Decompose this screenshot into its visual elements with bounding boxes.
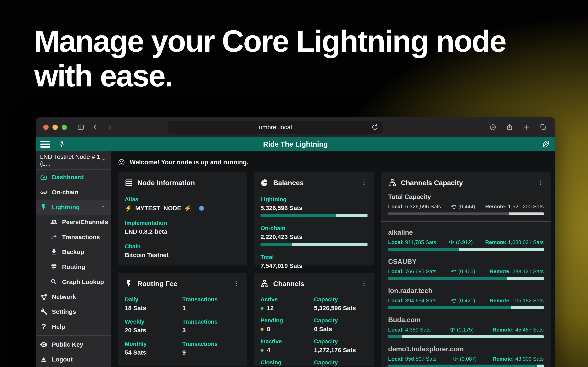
channel-row: alkaline Local: 911,785 Sats (0.912) Rem… xyxy=(388,229,544,251)
channel-row: Buda.com Local: 4,359 Sats (0.175) Remot… xyxy=(388,316,544,338)
balance-label: On-chain xyxy=(260,225,367,232)
channel-capacity-cell: Capacity 0 Sats xyxy=(314,317,367,333)
node-selector-label: LND Testnet Node # 1 (L... xyxy=(40,153,101,167)
balance-value: 7,547,019 Sats xyxy=(260,262,367,269)
capacity-bar xyxy=(388,212,544,215)
tx-cell: Transactions 1 xyxy=(182,296,240,312)
eject-icon xyxy=(39,355,48,364)
sidebar-toggle-button[interactable] xyxy=(76,123,85,132)
balance-scale-icon xyxy=(450,327,455,333)
implementation-value: LND 0.8.2-beta xyxy=(125,228,240,235)
balance-label: Total xyxy=(260,254,367,261)
capacity-bar xyxy=(388,365,544,367)
node-information-card: Node Information Alias ⚡MYTEST_NODE⚡ Imp… xyxy=(118,172,247,266)
reload-icon xyxy=(371,123,379,131)
rtl-logo-icon xyxy=(541,139,550,149)
menu-button[interactable] xyxy=(40,141,50,148)
chevron-up-icon xyxy=(100,204,106,211)
channel-status-cell: Active 12 xyxy=(260,296,314,312)
sidebar-item-label: Peers/Channels xyxy=(62,218,108,225)
channel-name: demo1.Indexplorer.com xyxy=(388,345,544,353)
status-dot xyxy=(260,328,264,331)
routing-fee-card: Routing Fee Daily 18 Sats Transactions 1 xyxy=(118,273,247,366)
dashboard-content: Welcome! Your node is up and running. No… xyxy=(111,151,555,367)
eye-icon xyxy=(39,340,48,349)
alias-value: ⚡MYTEST_NODE⚡ xyxy=(125,205,240,212)
tab-overview-button[interactable] xyxy=(539,123,548,132)
back-button[interactable] xyxy=(91,123,100,132)
balance-value: 5,326,596 Sats xyxy=(260,205,367,211)
total-capacity-title: Total Capacity xyxy=(388,193,544,201)
share-button[interactable] xyxy=(505,123,514,132)
maximize-window-button[interactable] xyxy=(62,125,67,130)
sidebar-item-lightning[interactable]: Lightning xyxy=(36,200,111,215)
pin-off-button[interactable] xyxy=(58,140,66,148)
pie-chart-icon xyxy=(260,179,269,187)
balances-card: Balances Lightning 5,326,596 Sats On-cha… xyxy=(254,172,374,266)
more-menu-button[interactable] xyxy=(537,178,544,187)
sidebar-item-label: Network xyxy=(52,293,76,300)
balance-scale-icon xyxy=(451,269,457,275)
channel-name: alkaline xyxy=(388,229,544,236)
hero-section: Manage your Core Lightning node with eas… xyxy=(34,24,545,93)
sidebar-item-public-key[interactable]: Public Key xyxy=(36,337,111,352)
sidebar-item-network[interactable]: Network xyxy=(36,289,111,304)
balance-scale-icon xyxy=(451,298,457,304)
sidebar-item-onchain[interactable]: On-chain xyxy=(36,185,111,200)
sidebar-item-routing[interactable]: Routing xyxy=(36,259,111,275)
sidebar-item-settings[interactable]: Settings xyxy=(36,304,111,319)
share-icon xyxy=(506,124,513,131)
address-bar[interactable]: umbrel.local xyxy=(168,121,383,134)
reload-button[interactable] xyxy=(371,123,379,131)
hub-icon xyxy=(260,280,269,288)
sidebar-item-label: Help xyxy=(52,323,65,330)
balance-scale-icon xyxy=(451,204,457,210)
sidebar-item-label: Settings xyxy=(52,308,76,315)
close-window-button[interactable] xyxy=(43,125,49,130)
sidebar-item-graph-lookup[interactable]: Graph Lookup xyxy=(36,275,111,289)
chevron-right-icon xyxy=(106,124,113,131)
implementation-label: Implementation xyxy=(125,220,240,226)
balance-scale-icon xyxy=(449,240,454,245)
sidebar-item-label: Logout xyxy=(52,356,73,363)
downloads-button[interactable] xyxy=(488,123,497,132)
sidebar-item-label: Graph Lookup xyxy=(62,278,104,285)
app-title: Ride The Lightning xyxy=(263,140,328,148)
sidebar-item-peers-channels[interactable]: Peers/Channels xyxy=(36,215,111,230)
fee-cell: Weekly 20 Sats xyxy=(125,318,182,334)
status-dot xyxy=(260,307,264,310)
total-capacity-row: Total Capacity Local: 5,326,596 Sats (0.… xyxy=(388,193,544,215)
more-menu-button[interactable] xyxy=(361,279,367,288)
channel-row: ion.radar.tech Local: 394,634 Sats (0.42… xyxy=(388,287,544,309)
forward-button[interactable] xyxy=(105,123,114,132)
status-dot xyxy=(199,206,204,211)
kebab-menu-icon xyxy=(537,180,543,186)
chevron-down-icon xyxy=(101,157,106,164)
smiley-icon xyxy=(118,159,125,166)
sidebar-item-help[interactable]: ? Help xyxy=(36,319,111,334)
minimize-window-button[interactable] xyxy=(52,125,58,130)
sidebar-divider xyxy=(36,335,111,336)
sidebar-item-logout[interactable]: Logout xyxy=(36,352,111,367)
card-title: Channels xyxy=(273,280,304,288)
more-menu-button[interactable] xyxy=(361,178,367,187)
sidebar-item-label: On-chain xyxy=(52,189,78,196)
new-tab-button[interactable] xyxy=(522,123,531,132)
bolt-emoji: ⚡ xyxy=(125,205,132,212)
sidebar: LND Testnet Node # 1 (L... Dashboard On-… xyxy=(36,151,111,367)
channel-capacity-cell: Capacity 1,272,176 Sats xyxy=(314,338,367,354)
window-controls xyxy=(43,125,67,130)
node-selector[interactable]: LND Testnet Node # 1 (L... xyxy=(36,151,111,170)
download-tray-icon xyxy=(49,248,58,257)
balance-value: 2,220,423 Sats xyxy=(260,234,367,240)
sidebar-item-backup[interactable]: Backup xyxy=(36,244,111,259)
sidebar-item-label: Lightning xyxy=(52,204,80,211)
channels-capacity-card: Channels Capacity Total Capacity Local: … xyxy=(381,172,551,367)
sidebar-item-dashboard[interactable]: Dashboard xyxy=(36,170,111,185)
sidebar-item-transactions[interactable]: Transactions xyxy=(36,230,111,244)
channel-status-cell: Inactive 4 xyxy=(260,338,314,354)
sidebar-item-label: Dashboard xyxy=(52,174,84,181)
chain-value: Bitcoin Testnet xyxy=(125,252,240,259)
card-title: Node Information xyxy=(138,179,195,187)
more-menu-button[interactable] xyxy=(233,279,240,288)
